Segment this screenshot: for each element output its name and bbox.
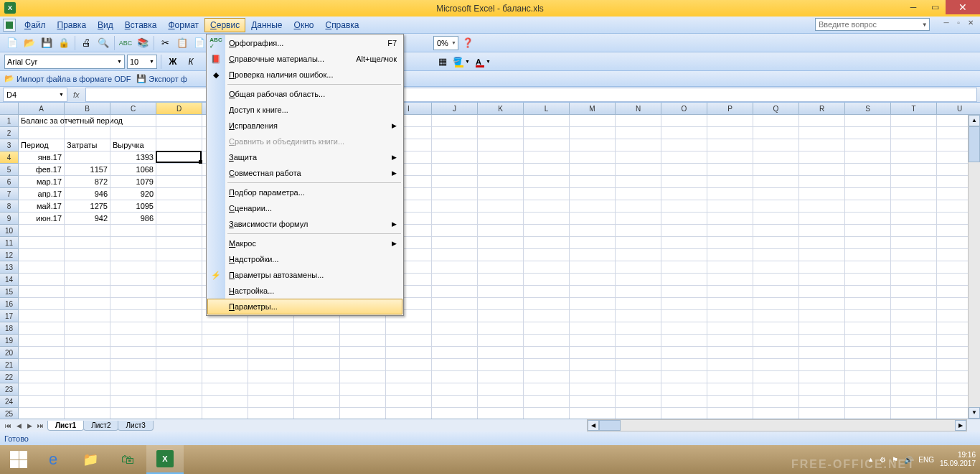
cell[interactable] [616,176,661,188]
cell[interactable] [19,383,65,396]
menu-item[interactable]: Защита▶ [207,149,402,165]
cell[interactable] [65,249,110,261]
cell[interactable] [661,286,707,298]
cell[interactable] [661,274,707,286]
row-head-20[interactable]: 20 [0,347,19,359]
cell[interactable] [707,274,753,286]
cell[interactable] [386,347,432,359]
cell[interactable] [478,115,524,127]
menu-item[interactable]: Сценарии... [207,200,402,216]
cell[interactable] [753,200,799,213]
odf-import-button[interactable]: 📂Импорт файла в формате ODF [4,74,131,83]
cell[interactable] [432,408,478,419]
cell[interactable] [524,359,570,371]
cell[interactable] [661,200,707,213]
cell[interactable] [524,213,570,225]
cell[interactable] [845,188,891,200]
cell[interactable] [65,359,110,371]
cell[interactable] [65,237,110,249]
horizontal-scrollbar[interactable]: ◀ ▶ [587,419,967,431]
cell[interactable] [478,298,524,310]
cell[interactable] [891,396,937,408]
cell[interactable] [156,151,202,164]
tray-overflow[interactable]: ▲ [867,456,874,463]
col-head-S[interactable]: S [845,103,891,115]
cell[interactable] [707,237,753,249]
new-button[interactable]: 📄 [4,35,20,51]
cell[interactable] [799,115,845,127]
cell[interactable] [19,249,65,261]
cell[interactable] [202,408,248,419]
col-head-A[interactable]: A [19,103,65,115]
cell[interactable] [616,371,661,383]
cell[interactable] [661,408,707,419]
cell[interactable] [478,200,524,213]
cell[interactable] [386,335,432,347]
cell[interactable] [570,139,616,151]
cell[interactable] [845,261,891,274]
cell[interactable] [845,359,891,371]
cell[interactable]: мар.17 [19,176,65,188]
close-button[interactable]: ✕ [946,0,980,14]
cell[interactable] [294,396,340,408]
col-head-L[interactable]: L [524,103,570,115]
cell[interactable]: 942 [65,213,110,225]
cell[interactable] [616,237,661,249]
cell[interactable] [753,310,799,322]
cell[interactable] [386,359,432,371]
font-size-combo[interactable]: 10▼ [127,55,157,69]
row-head-11[interactable]: 11 [0,237,19,249]
cell[interactable] [799,213,845,225]
cell[interactable] [478,139,524,151]
cell[interactable] [570,298,616,310]
cell[interactable] [478,127,524,139]
cell[interactable] [845,200,891,213]
row-head-6[interactable]: 6 [0,176,19,188]
cell[interactable] [432,310,478,322]
col-head-U[interactable]: U [937,103,980,115]
print-button[interactable]: 🖨 [78,35,94,51]
cell[interactable] [65,371,110,383]
cell[interactable] [845,274,891,286]
fx-button[interactable]: fx [73,90,80,99]
copy-button[interactable]: 📋 [174,35,190,51]
cell[interactable] [891,274,937,286]
row-head-4[interactable]: 4 [0,151,19,164]
cell[interactable] [570,335,616,347]
cell[interactable] [891,335,937,347]
cell[interactable] [661,127,707,139]
cell[interactable] [707,371,753,383]
menu-item[interactable]: Макрос▶ [207,235,402,251]
cell[interactable] [202,396,248,408]
research-button[interactable]: 📚 [135,35,151,51]
cell[interactable] [661,225,707,237]
row-head-23[interactable]: 23 [0,383,19,396]
cell[interactable] [110,249,156,261]
cell[interactable] [707,298,753,310]
cell[interactable] [110,383,156,396]
sheet-tab[interactable]: Лист2 [83,421,118,431]
cell[interactable] [19,127,65,139]
cell[interactable]: май.17 [19,200,65,213]
cell[interactable] [524,237,570,249]
scroll-right-arrow[interactable]: ▶ [955,420,966,431]
cell[interactable] [156,396,202,408]
mdi-minimize[interactable]: ─ [941,19,951,27]
cell[interactable] [661,261,707,274]
col-head-T[interactable]: T [891,103,937,115]
cell[interactable] [753,322,799,335]
cell[interactable] [707,408,753,419]
cell[interactable] [156,225,202,237]
cell[interactable] [202,359,248,371]
cell[interactable] [156,347,202,359]
cell[interactable] [110,261,156,274]
cell[interactable] [156,286,202,298]
cell[interactable] [753,286,799,298]
menu-формат[interactable]: Формат [162,18,204,32]
cell[interactable] [524,139,570,151]
row-head-2[interactable]: 2 [0,127,19,139]
cell[interactable] [570,176,616,188]
cell[interactable] [753,139,799,151]
row-head-8[interactable]: 8 [0,200,19,213]
cell[interactable] [19,286,65,298]
